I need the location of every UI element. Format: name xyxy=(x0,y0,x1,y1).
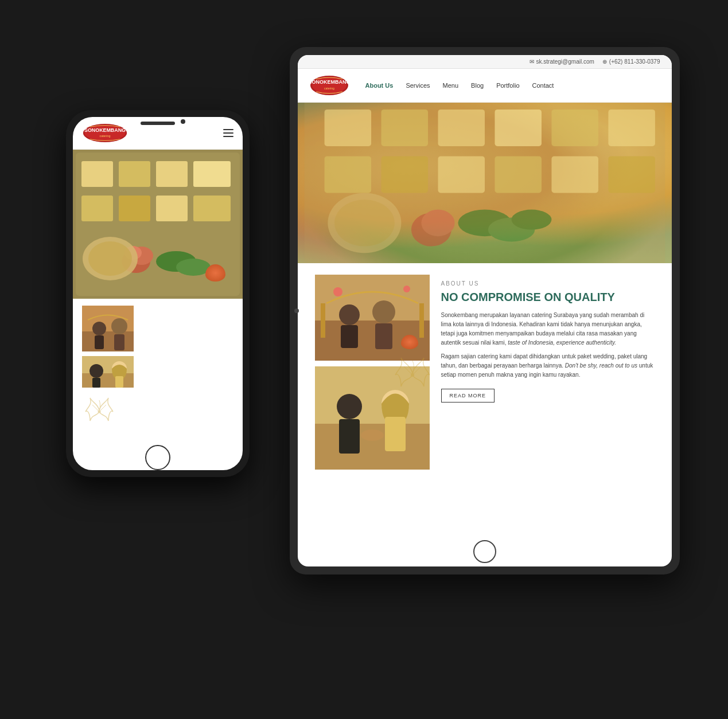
svg-point-23 xyxy=(334,200,395,247)
svg-rect-11 xyxy=(324,156,371,193)
nav-contact[interactable]: Contact xyxy=(532,82,554,89)
phone-logo: SONOKEMBANG catering xyxy=(82,123,128,143)
tablet-email-text: sk.strategi@gmail.com xyxy=(536,58,594,65)
tablet-content: ABOUT US NO COMPROMISE ON QUALITY Sonoke… xyxy=(298,263,672,566)
email-icon: ✉ xyxy=(530,58,534,65)
svg-rect-55 xyxy=(193,196,231,221)
tablet-camera xyxy=(294,308,299,313)
svg-rect-51 xyxy=(193,161,231,187)
tablet-about-text: ABOUT US NO COMPROMISE ON QUALITY Sonoke… xyxy=(441,275,655,555)
svg-rect-49 xyxy=(119,161,150,187)
phone-thumbnail-2 xyxy=(82,356,134,388)
whatsapp-icon: ⊕ xyxy=(602,58,607,65)
svg-rect-7 xyxy=(438,110,485,146)
phone-thumbnail-1 xyxy=(82,306,134,351)
tablet-phone-text: (+62) 811-330-0379 xyxy=(609,58,660,65)
phone-hero-image xyxy=(73,150,243,299)
svg-text:SONOKEMBANG: SONOKEMBANG xyxy=(309,79,349,85)
phone-speaker xyxy=(141,122,175,125)
svg-point-67 xyxy=(111,318,127,334)
svg-rect-68 xyxy=(114,334,124,350)
svg-rect-72 xyxy=(92,378,100,388)
hamburger-line-3 xyxy=(223,136,233,137)
phone-camera xyxy=(181,119,185,124)
nav-services[interactable]: Services xyxy=(406,82,430,89)
tablet-logo: SONOKEMBANG catering xyxy=(309,75,349,96)
tablet-email: ✉ sk.strategi@gmail.com xyxy=(530,58,594,65)
svg-point-62 xyxy=(88,241,132,276)
svg-rect-39 xyxy=(385,417,406,451)
svg-point-33 xyxy=(403,286,410,292)
hamburger-line-1 xyxy=(223,129,233,130)
phone-home-button[interactable] xyxy=(145,445,170,470)
tablet-topbar: ✉ sk.strategi@gmail.com ⊕ (+62) 811-330-… xyxy=(298,55,672,69)
phone-floral-decoration xyxy=(82,394,116,429)
svg-point-26 xyxy=(339,304,360,325)
svg-point-28 xyxy=(372,300,395,323)
floral-decoration xyxy=(392,355,433,395)
svg-text:SONOKEMBANG: SONOKEMBANG xyxy=(84,127,126,133)
svg-text:catering: catering xyxy=(324,87,334,90)
svg-rect-37 xyxy=(339,419,360,454)
svg-point-36 xyxy=(337,394,362,419)
about-body-2: Ragam sajian catering kami dapat dihidan… xyxy=(441,352,655,380)
tablet-phone: ⊕ (+62) 811-330-0379 xyxy=(602,58,660,65)
svg-rect-14 xyxy=(495,156,542,193)
tablet-image-column xyxy=(315,275,430,555)
svg-rect-16 xyxy=(608,156,655,193)
svg-point-32 xyxy=(333,287,342,296)
svg-rect-8 xyxy=(495,110,542,146)
phone-device: SONOKEMBANG catering xyxy=(66,110,250,477)
phone-thumbnail-col xyxy=(82,306,134,463)
svg-rect-12 xyxy=(381,156,428,193)
svg-rect-53 xyxy=(119,196,150,221)
svg-rect-31 xyxy=(419,303,424,338)
svg-point-21 xyxy=(511,210,551,230)
nav-blog[interactable]: Blog xyxy=(471,82,484,89)
svg-text:catering: catering xyxy=(99,134,110,138)
svg-rect-29 xyxy=(375,323,392,349)
svg-point-71 xyxy=(89,364,103,378)
about-section-label: ABOUT US xyxy=(441,280,655,287)
tablet-nav: SONOKEMBANG catering About Us Services M… xyxy=(298,69,672,103)
svg-rect-27 xyxy=(341,325,358,348)
nav-menu[interactable]: Menu xyxy=(443,82,459,89)
about-title: NO COMPROMISE ON QUALITY xyxy=(441,290,655,304)
svg-rect-15 xyxy=(551,156,598,193)
hamburger-menu-button[interactable] xyxy=(223,129,233,137)
tablet-hero-image xyxy=(298,103,672,263)
svg-rect-10 xyxy=(608,110,655,146)
svg-rect-30 xyxy=(321,303,325,338)
read-more-button[interactable]: READ MORE xyxy=(441,389,495,403)
svg-rect-66 xyxy=(95,335,104,349)
svg-rect-74 xyxy=(115,376,123,388)
svg-rect-50 xyxy=(156,161,188,187)
tablet-image-1 xyxy=(315,275,430,361)
svg-rect-6 xyxy=(381,110,428,146)
tablet-device: ✉ sk.strategi@gmail.com ⊕ (+62) 811-330-… xyxy=(290,47,680,575)
svg-rect-13 xyxy=(438,156,485,193)
svg-rect-52 xyxy=(81,196,113,221)
nav-portfolio[interactable]: Portfolio xyxy=(496,82,519,89)
svg-rect-9 xyxy=(551,110,598,146)
svg-rect-70 xyxy=(82,373,134,388)
svg-rect-64 xyxy=(82,331,134,351)
tablet-screen: ✉ sk.strategi@gmail.com ⊕ (+62) 811-330-… xyxy=(298,55,672,566)
nav-about-us[interactable]: About Us xyxy=(365,82,394,89)
svg-point-40 xyxy=(361,429,384,441)
phone-screen: SONOKEMBANG catering xyxy=(73,117,243,470)
svg-point-65 xyxy=(92,322,106,335)
svg-rect-48 xyxy=(81,161,113,187)
svg-point-18 xyxy=(421,210,454,237)
svg-rect-54 xyxy=(156,196,188,221)
svg-point-60 xyxy=(176,259,211,276)
about-body-1: Sonokembang merupakan layanan catering S… xyxy=(441,311,655,347)
tablet-home-button[interactable] xyxy=(473,540,496,563)
svg-rect-5 xyxy=(324,110,371,146)
scene: ✉ sk.strategi@gmail.com ⊕ (+62) 811-330-… xyxy=(49,30,680,689)
hamburger-line-2 xyxy=(223,132,233,134)
